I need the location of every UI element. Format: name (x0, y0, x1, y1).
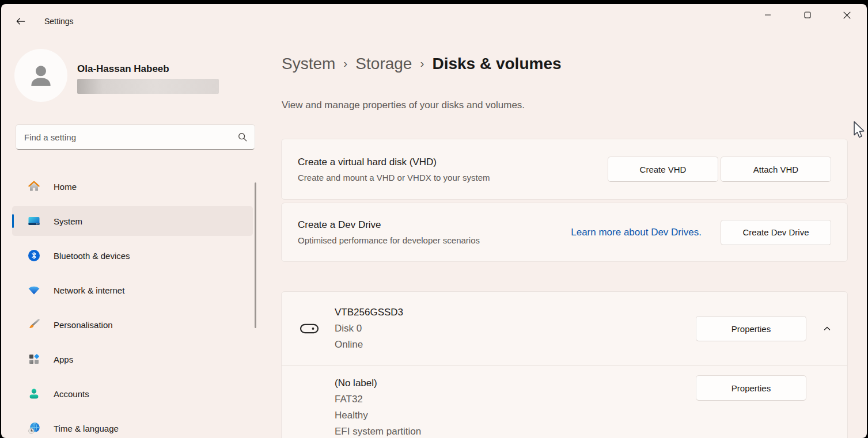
person-icon (25, 60, 56, 91)
search-icon[interactable] (237, 132, 248, 142)
page-title: Disks & volumes (432, 55, 561, 73)
volume-health: Healthy (335, 407, 847, 424)
paintbrush-icon (27, 318, 41, 332)
page-description: View and manage properties of your disks… (282, 100, 525, 111)
user-name: Ola-Hassan Habeeb (77, 63, 169, 75)
user-email-redacted (77, 79, 219, 94)
dev-drive-card-subtitle: Optimised performance for developer scen… (298, 235, 571, 245)
volume-partition-type: EFI system partition (335, 424, 847, 438)
minimize-icon (764, 12, 771, 18)
sidebar-item-apps[interactable]: Apps (12, 344, 253, 374)
disk-properties-button[interactable]: Properties (696, 316, 806, 341)
sidebar-item-label: Network & internet (54, 285, 124, 295)
breadcrumb-storage[interactable]: Storage (355, 55, 412, 73)
sidebar-item-time-language[interactable]: Time & language (12, 413, 253, 438)
chevron-up-icon (822, 324, 832, 333)
sidebar-nav: Home System Bluetooth & devices Network … (12, 172, 253, 438)
app-title: Settings (44, 17, 74, 26)
sidebar-item-personalisation[interactable]: Personalisation (12, 310, 253, 340)
create-dev-drive-button[interactable]: Create Dev Drive (721, 220, 831, 245)
back-button[interactable] (12, 12, 30, 31)
vhd-card-subtitle: Create and mount a VHD or VHDX to your s… (298, 173, 608, 182)
sidebar-item-label: Bluetooth & devices (54, 251, 130, 261)
selected-accent-pill (12, 214, 14, 228)
collapse-toggle[interactable] (806, 324, 847, 333)
breadcrumb-separator-icon: › (343, 56, 347, 70)
maximize-button[interactable] (791, 4, 824, 26)
create-vhd-button[interactable]: Create VHD (608, 157, 718, 182)
system-icon (27, 214, 41, 228)
vhd-card: Create a virtual hard disk (VHD) Create … (281, 139, 848, 200)
volume-properties-button[interactable]: Properties (696, 375, 806, 401)
dev-drive-card-title: Create a Dev Drive (298, 219, 571, 231)
disk-card: VTB256GSSD3 Disk 0 Online Properties (No… (281, 291, 848, 438)
sidebar-item-bluetooth-devices[interactable]: Bluetooth & devices (12, 241, 253, 271)
minimize-button[interactable] (751, 4, 784, 26)
bluetooth-icon (27, 249, 41, 262)
sidebar-item-network-internet[interactable]: Network & internet (12, 275, 253, 305)
globe-clock-icon (27, 421, 41, 435)
maximize-icon (804, 12, 811, 18)
search-box (16, 124, 255, 150)
disk-drive-icon (300, 322, 319, 336)
home-icon (27, 180, 41, 193)
sidebar-item-label: Time & language (54, 424, 119, 433)
breadcrumb: System›Storage›Disks & volumes (282, 55, 562, 73)
breadcrumb-system[interactable]: System (282, 55, 335, 73)
sidebar-item-label: Home (54, 182, 77, 192)
search-input[interactable] (24, 132, 237, 142)
back-arrow-icon (15, 16, 26, 27)
vhd-card-title: Create a virtual hard disk (VHD) (298, 157, 608, 168)
volume-row: (No label) FAT32 Healthy EFI system part… (282, 365, 847, 438)
mouse-cursor-icon (852, 121, 867, 139)
sidebar-scrollbar[interactable] (255, 182, 256, 328)
close-icon (843, 12, 851, 19)
sidebar-item-accounts[interactable]: Accounts (12, 379, 253, 409)
sidebar-item-label: Apps (54, 355, 73, 364)
disk-name: VTB256GSSD3 (335, 304, 403, 321)
sidebar-item-home[interactable]: Home (12, 172, 253, 201)
sidebar-item-label: Accounts (54, 389, 89, 399)
apps-icon (27, 352, 41, 366)
settings-window: Settings Ola-Hassan Habeeb (1, 4, 867, 438)
disk-status: Online (335, 337, 403, 353)
dev-drives-learn-more-link[interactable]: Learn more about Dev Drives. (571, 227, 702, 238)
breadcrumb-separator-icon: › (420, 56, 424, 70)
accounts-icon (27, 387, 41, 401)
disk-header-row: VTB256GSSD3 Disk 0 Online Properties (282, 292, 847, 365)
attach-vhd-button[interactable]: Attach VHD (721, 157, 831, 182)
wifi-icon (27, 283, 41, 297)
close-button[interactable] (830, 4, 863, 26)
disk-number: Disk 0 (335, 321, 403, 337)
sidebar-item-label: System (54, 216, 82, 226)
avatar[interactable] (14, 49, 67, 102)
sidebar-item-system[interactable]: System (12, 206, 253, 236)
sidebar-item-label: Personalisation (54, 320, 113, 330)
dev-drive-card: Create a Dev Drive Optimised performance… (281, 203, 848, 262)
